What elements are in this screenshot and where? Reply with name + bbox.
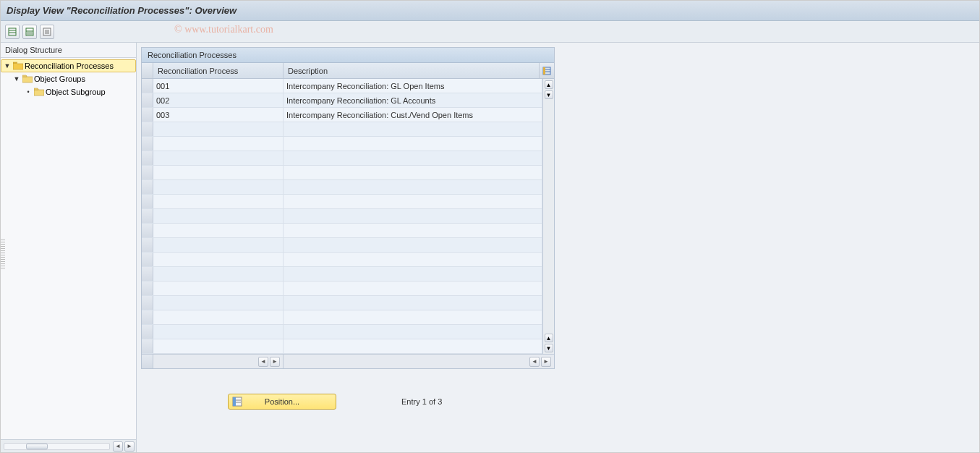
cell-process: [153, 180, 284, 194]
scrollbar-thumb[interactable]: [26, 444, 48, 449]
table-row[interactable]: 002Intercompany Reconciliation: GL Accou…: [142, 93, 542, 108]
cell-process: [153, 253, 284, 266]
content-area: Reconciliation Processes Reconciliation …: [137, 43, 979, 452]
table-row: [142, 253, 542, 267]
cell-process: [153, 122, 284, 136]
row-selector[interactable]: [142, 267, 153, 281]
cell-process[interactable]: 001: [153, 79, 284, 93]
row-selector[interactable]: [142, 195, 153, 208]
svg-rect-11: [543, 67, 545, 75]
scrollbar-track[interactable]: [284, 358, 527, 365]
table-row[interactable]: 003Intercompany Reconciliation: Cust./Ve…: [142, 108, 542, 122]
scroll-left-icon[interactable]: ◄: [113, 441, 123, 452]
scrollbar-track[interactable]: [4, 443, 110, 450]
cell-description: [284, 238, 542, 252]
scroll-right-icon[interactable]: ►: [270, 357, 280, 367]
cell-description[interactable]: Intercompany Reconciliation: GL Accounts: [284, 93, 542, 107]
table-row: [142, 209, 542, 224]
table-row: [142, 310, 542, 325]
table-row: [142, 137, 542, 151]
cell-process[interactable]: 003: [153, 108, 284, 122]
table-row: [142, 166, 542, 180]
tree-node-label: Object Groups: [34, 75, 85, 83]
cell-description: [284, 166, 542, 179]
cell-process[interactable]: 002: [153, 93, 284, 107]
row-selector[interactable]: [142, 137, 153, 151]
position-button[interactable]: Position...: [228, 394, 336, 410]
scroll-up-icon[interactable]: ▲: [545, 80, 553, 89]
row-selector[interactable]: [142, 253, 153, 266]
grid-panel-title: Reconciliation Processes: [142, 48, 554, 63]
table-row[interactable]: 001Intercompany Reconciliation: GL Open …: [142, 79, 542, 93]
row-selector[interactable]: [142, 180, 153, 194]
tree-node-reconciliation-processes[interactable]: ▼ Reconciliation Processes: [1, 59, 136, 72]
dialog-structure-panel: Dialog Structure ▼ Reconciliation Proces…: [1, 43, 137, 452]
toolbar-button-collapse[interactable]: [22, 25, 37, 39]
scroll-down-icon[interactable]: ▼: [545, 90, 553, 99]
toolbar-button-expand[interactable]: [5, 25, 20, 39]
toolbar-button-print[interactable]: [40, 25, 54, 39]
cell-description: [284, 151, 542, 165]
row-selector-header[interactable]: [142, 63, 153, 78]
configure-columns-button[interactable]: [540, 63, 554, 78]
cell-description: [284, 122, 542, 136]
scroll-left-icon[interactable]: ◄: [258, 357, 268, 367]
table-row: [142, 267, 542, 281]
position-button-label: Position...: [265, 397, 299, 406]
column-header-process[interactable]: Reconciliation Process: [153, 63, 284, 78]
row-selector[interactable]: [142, 325, 153, 339]
table-row: [142, 224, 542, 238]
row-selector[interactable]: [142, 108, 153, 122]
cell-process: [153, 281, 284, 295]
scroll-up-icon[interactable]: ▲: [545, 334, 553, 342]
svg-rect-5: [27, 32, 33, 35]
table-select-icon: [25, 27, 34, 36]
collapse-icon[interactable]: ▼: [3, 62, 12, 69]
row-selector[interactable]: [142, 166, 153, 179]
row-selector[interactable]: [142, 93, 153, 107]
row-selector[interactable]: [142, 224, 153, 237]
cell-process: [153, 339, 284, 353]
row-selector[interactable]: [142, 151, 153, 165]
scroll-left-icon[interactable]: ◄: [529, 357, 540, 367]
row-selector[interactable]: [142, 339, 153, 353]
scrollbar-track[interactable]: [545, 101, 553, 332]
scroll-right-icon[interactable]: ►: [541, 357, 551, 367]
tree-node-object-groups[interactable]: ▼ Object Groups: [1, 72, 136, 85]
cell-process: [153, 325, 284, 339]
cell-description[interactable]: Intercompany Reconciliation: Cust./Vend …: [284, 108, 542, 122]
row-selector[interactable]: [142, 296, 153, 310]
cell-process: [153, 209, 284, 223]
scroll-down-icon[interactable]: ▼: [545, 344, 553, 352]
cell-description[interactable]: Intercompany Reconciliation: GL Open Ite…: [284, 79, 542, 93]
cell-description: [284, 224, 542, 237]
cell-process: [153, 238, 284, 252]
table-row: [142, 180, 542, 195]
table-settings-icon: [542, 67, 551, 75]
table-list-icon: [43, 27, 51, 36]
grid-header: Reconciliation Process Description: [142, 63, 554, 79]
folder-open-icon: [13, 62, 23, 70]
row-selector[interactable]: [142, 209, 153, 223]
tree-node-label: Reconciliation Processes: [25, 62, 114, 70]
cell-description: [284, 310, 542, 324]
column-header-description[interactable]: Description: [284, 63, 540, 78]
tree-node-object-subgroup[interactable]: • Object Subgroup: [1, 85, 136, 98]
table-row: [142, 195, 542, 209]
row-selector[interactable]: [142, 281, 153, 295]
dialog-structure-title: Dialog Structure: [1, 43, 136, 58]
grid-vertical-scrollbar: ▲ ▼ ▲ ▼: [542, 79, 554, 354]
collapse-icon[interactable]: ▼: [12, 75, 21, 82]
page-title: Display View "Reconciliation Processes":…: [7, 5, 237, 16]
splitter-handle[interactable]: [1, 240, 5, 268]
scroll-right-icon[interactable]: ►: [124, 441, 135, 452]
row-selector[interactable]: [142, 310, 153, 324]
svg-rect-15: [233, 397, 236, 406]
table-row: [142, 151, 542, 166]
position-icon: [231, 396, 243, 407]
row-selector[interactable]: [142, 238, 153, 252]
row-selector[interactable]: [142, 79, 153, 93]
row-selector[interactable]: [142, 122, 153, 136]
cell-process: [153, 151, 284, 165]
cell-process: [153, 224, 284, 237]
